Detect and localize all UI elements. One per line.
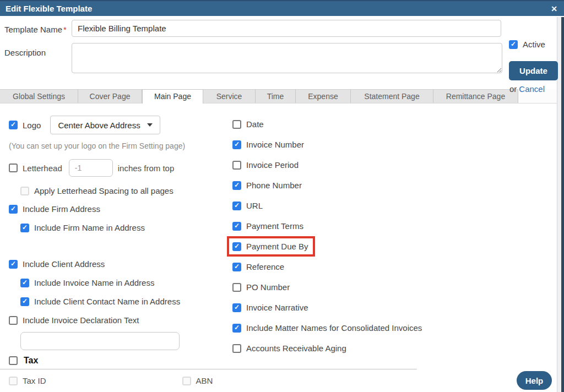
include-invoice-name-label: Include Invoice Name in Address (34, 278, 154, 287)
include-client-address-label: Include Client Address (23, 259, 105, 269)
update-button[interactable]: Update (509, 61, 558, 80)
help-button[interactable]: Help (517, 371, 552, 390)
url-label: URL (246, 201, 263, 210)
active-checkbox[interactable] (509, 40, 518, 49)
right-options-column: Date Invoice Number Invoice Period Phone… (229, 104, 564, 350)
tab-statement-page[interactable]: Statement Page (351, 89, 433, 103)
include-matter-names-checkbox[interactable] (232, 324, 241, 333)
include-invoice-declaration-row[interactable]: Include Invoice Declaration Text (9, 315, 229, 325)
letterhead-label: Letterhead (23, 164, 62, 173)
cancel-link[interactable]: Cancel (519, 84, 545, 94)
tax-id-checkbox[interactable] (9, 377, 18, 385)
tab-main-page[interactable]: Main Page (142, 89, 203, 104)
letterhead-row: Letterhead inches from top (9, 159, 229, 177)
tab-cover-page[interactable]: Cover Page (78, 89, 142, 103)
invoice-declaration-input[interactable] (20, 332, 180, 350)
po-number-label: PO Number (246, 282, 290, 292)
tab-remittance-page[interactable]: Remittance Page (433, 89, 518, 103)
po-number-checkbox[interactable] (232, 283, 241, 292)
dialog-header: Edit Flexible Template ✕ (0, 0, 564, 16)
tax-id-row[interactable]: Tax ID (9, 376, 46, 385)
invoice-period-row[interactable]: Invoice Period (232, 160, 564, 170)
abn-label: ABN (196, 376, 213, 385)
payment-terms-checkbox[interactable] (232, 222, 241, 231)
template-form: Template Name* Description Active Update… (0, 16, 564, 89)
phone-number-row[interactable]: Phone Number (232, 181, 564, 190)
include-firm-name-label: Include Firm Name in Address (34, 223, 145, 232)
include-invoice-name-row[interactable]: Include Invoice Name in Address (20, 278, 229, 287)
tax-id-label: Tax ID (23, 376, 46, 385)
logo-position-dropdown[interactable]: Center Above Address (50, 116, 160, 134)
include-client-contact-checkbox[interactable] (20, 297, 29, 306)
payment-due-by-checkbox[interactable] (232, 242, 241, 251)
apply-letterhead-label: Apply Letterhead Spacing to all pages (34, 186, 173, 195)
tax-header-row[interactable]: Tax (9, 356, 564, 366)
close-icon[interactable]: ✕ (551, 5, 557, 13)
include-firm-address-row[interactable]: Include Firm Address (9, 204, 229, 214)
date-checkbox[interactable] (232, 120, 241, 129)
include-matter-names-label: Include Matter Names for Consolidated In… (246, 323, 422, 333)
accounts-receivable-aging-row[interactable]: Accounts Receivable Aging (232, 344, 564, 353)
form-actions: Active Update orCancel (509, 16, 561, 94)
tab-global-settings[interactable]: Global Settings (0, 89, 78, 103)
tab-service[interactable]: Service (203, 89, 256, 103)
url-row[interactable]: URL (232, 201, 564, 210)
abn-checkbox[interactable] (182, 377, 191, 385)
logo-checkbox[interactable] (9, 121, 18, 129)
tax-options-row: Tax ID ABN (9, 376, 564, 385)
payment-terms-row[interactable]: Payment Terms (232, 221, 564, 231)
po-number-row[interactable]: PO Number (232, 282, 564, 292)
invoice-narrative-row[interactable]: Invoice Narrative (232, 303, 564, 312)
include-firm-address-label: Include Firm Address (23, 204, 100, 214)
active-toggle-row: Active (509, 40, 561, 49)
tax-checkbox[interactable] (9, 356, 18, 365)
left-options-column: Logo Center Above Address (You can set u… (0, 104, 229, 350)
tax-divider (0, 369, 417, 369)
invoice-number-checkbox[interactable] (232, 140, 241, 149)
include-firm-name-row[interactable]: Include Firm Name in Address (20, 223, 229, 232)
url-checkbox[interactable] (232, 202, 241, 210)
phone-number-label: Phone Number (246, 181, 302, 190)
include-firm-name-checkbox[interactable] (20, 224, 29, 232)
template-name-input[interactable] (72, 20, 501, 37)
include-client-address-checkbox[interactable] (9, 260, 18, 269)
apply-letterhead-checkbox[interactable] (20, 187, 29, 195)
invoice-number-label: Invoice Number (246, 140, 304, 149)
template-name-label-text: Template Name (4, 25, 62, 34)
main-page-panel: Logo Center Above Address (You can set u… (0, 104, 564, 350)
accounts-receivable-aging-checkbox[interactable] (232, 344, 241, 353)
include-client-address-row[interactable]: Include Client Address (9, 259, 229, 269)
apply-letterhead-row[interactable]: Apply Letterhead Spacing to all pages (20, 186, 229, 195)
accounts-receivable-aging-label: Accounts Receivable Aging (246, 344, 346, 353)
include-firm-address-checkbox[interactable] (9, 205, 18, 214)
include-invoice-name-checkbox[interactable] (20, 279, 29, 287)
reference-row[interactable]: Reference (232, 262, 564, 271)
include-client-contact-label: Include Client Contact Name in Address (34, 297, 180, 306)
invoice-number-row[interactable]: Invoice Number (232, 140, 564, 149)
abn-row[interactable]: ABN (182, 376, 213, 385)
reference-checkbox[interactable] (232, 263, 241, 271)
tab-expense[interactable]: Expense (296, 89, 351, 103)
tab-time[interactable]: Time (256, 89, 296, 103)
or-cancel-row: orCancel (509, 84, 561, 94)
template-tabs: Global Settings Cover Page Main Page Ser… (0, 89, 564, 104)
description-label: Description (4, 43, 72, 57)
payment-due-by-row-highlighted[interactable]: Payment Due By (227, 236, 315, 257)
letterhead-checkbox[interactable] (9, 164, 18, 172)
description-row: Description (4, 43, 564, 73)
invoice-narrative-checkbox[interactable] (232, 303, 241, 312)
description-input[interactable] (72, 43, 502, 73)
logo-note: (You can set up your logo on the Firm Se… (9, 141, 229, 150)
logo-row: Logo Center Above Address (9, 116, 229, 134)
include-invoice-declaration-checkbox[interactable] (9, 316, 18, 325)
active-label: Active (523, 40, 545, 49)
include-matter-names-row[interactable]: Include Matter Names for Consolidated In… (232, 323, 564, 333)
phone-number-checkbox[interactable] (232, 181, 241, 190)
invoice-period-checkbox[interactable] (232, 161, 241, 170)
template-name-row: Template Name* (4, 20, 564, 37)
logo-label: Logo (23, 121, 41, 130)
date-row[interactable]: Date (232, 119, 564, 129)
reference-label: Reference (246, 262, 284, 271)
letterhead-offset-input[interactable] (69, 159, 113, 177)
include-client-contact-row[interactable]: Include Client Contact Name in Address (20, 297, 229, 306)
